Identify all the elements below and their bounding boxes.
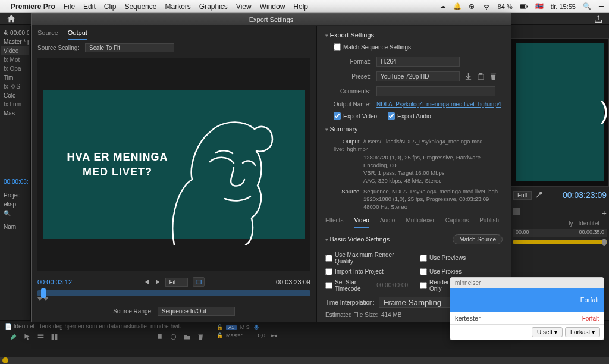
mic-icon[interactable]: [253, 324, 259, 330]
preview-fit-select[interactable]: Fit: [165, 278, 188, 287]
wrench-icon-2[interactable]: [169, 333, 177, 341]
play-icon[interactable]: [155, 279, 161, 285]
panel-eksp[interactable]: eksp: [1, 200, 29, 209]
panel-project[interactable]: Projec: [1, 191, 29, 200]
menubar-notif-icon[interactable]: 🔔: [453, 2, 462, 10]
timeline-clip-name: 📄 Identitet - tenk deg hjernen som en da…: [5, 323, 209, 330]
match-sequence-checkbox[interactable]: [334, 43, 341, 51]
plus-icon[interactable]: +: [602, 208, 607, 218]
panel-time[interactable]: Tim: [1, 73, 29, 82]
subtab-effects[interactable]: Effects: [325, 217, 343, 228]
menubar-wifi-icon[interactable]: [482, 2, 491, 10]
panel-fx-motion[interactable]: fx Mot: [1, 55, 29, 64]
menu-markers[interactable]: Markers: [165, 2, 190, 11]
preset-select[interactable]: YouTube 720p HD: [376, 71, 460, 81]
aspect-ratio-icon[interactable]: [193, 277, 205, 287]
panel-color[interactable]: Colc: [1, 91, 29, 100]
menu-file[interactable]: File: [64, 2, 75, 11]
menubar-flag-icon[interactable]: 🇳🇴: [535, 2, 544, 10]
svg-rect-11: [196, 280, 200, 284]
program-scale-select[interactable]: Full: [513, 191, 532, 200]
format-select[interactable]: H.264: [376, 57, 460, 67]
panel-fx-opacity[interactable]: fx Opa: [1, 64, 29, 73]
set-start-tc-checkbox[interactable]: [325, 282, 332, 289]
menu-clip[interactable]: Clip: [104, 2, 117, 11]
track-a1-tag[interactable]: A1: [226, 325, 237, 330]
step-back-icon[interactable]: [144, 279, 150, 285]
import-preset-icon[interactable]: [477, 73, 485, 80]
menu-help[interactable]: Help: [293, 2, 308, 11]
subtab-publish[interactable]: Publish: [479, 217, 499, 228]
panel-fx-lum[interactable]: fx Lum: [1, 100, 29, 109]
import-project-checkbox[interactable]: [325, 268, 332, 275]
use-previews-checkbox[interactable]: [420, 255, 427, 262]
panel-search-icon[interactable]: 🔍: [1, 209, 29, 218]
menubar-search-icon[interactable]: 🔍: [583, 2, 591, 10]
subtab-captions[interactable]: Captions: [445, 217, 469, 228]
export-settings-header[interactable]: Export Settings: [325, 32, 503, 39]
source-scaling-select[interactable]: Scale To Fit: [85, 43, 174, 52]
menubar-clock[interactable]: tir. 15:55: [551, 3, 576, 10]
master-track-label[interactable]: Master: [226, 332, 243, 338]
preview-playbar[interactable]: [37, 290, 310, 296]
wrench-icon[interactable]: [535, 191, 544, 199]
use-proxies-checkbox[interactable]: [420, 268, 427, 275]
comments-input[interactable]: [376, 86, 495, 96]
subtab-video[interactable]: Video: [354, 217, 369, 228]
dialog-title: Export Settings: [32, 14, 511, 26]
pen-tool-icon[interactable]: [10, 333, 17, 341]
menubar-list-icon[interactable]: ☰: [598, 2, 604, 10]
marker-icon[interactable]: [156, 333, 164, 341]
master-track-value[interactable]: 0,0: [258, 332, 266, 338]
reminders-utsett-button[interactable]: Utsett ▾: [532, 327, 563, 337]
render-alpha-checkbox[interactable]: [420, 282, 427, 289]
save-preset-icon[interactable]: [464, 73, 472, 80]
summary-header[interactable]: Summary: [325, 125, 503, 133]
panel-master: Master * ps: [1, 37, 29, 46]
export-video-checkbox[interactable]: [334, 112, 341, 120]
playhead[interactable]: [41, 288, 46, 298]
match-sequence-label: Match Sequence Settings: [343, 44, 411, 51]
reminders-selected-item[interactable]: Forfalt: [450, 288, 604, 312]
timeline-ruler[interactable]: 00:00 00:00:35:0: [513, 229, 607, 237]
track-a1-buttons[interactable]: M S: [240, 324, 250, 330]
source-range-select[interactable]: Sequence In/Out: [158, 307, 235, 316]
menu-sequence[interactable]: Sequence: [124, 2, 156, 11]
menu-graphics[interactable]: Graphics: [199, 2, 228, 11]
time-interp-label: Time Interpolation:: [325, 299, 374, 306]
match-source-button[interactable]: Match Source: [453, 234, 503, 244]
menubar-cloud-icon[interactable]: ☁: [440, 2, 446, 10]
reminders-forkast-button[interactable]: Forkast ▾: [565, 327, 600, 337]
status-warning-icon[interactable]: [2, 357, 8, 363]
app-name[interactable]: Premiere Pro: [11, 2, 55, 11]
tab-output[interactable]: Output: [68, 29, 87, 40]
stack2-icon[interactable]: [51, 333, 58, 341]
summary-output-l2: 1280x720 (1,0), 25 fps, Progressive, Har…: [334, 153, 503, 170]
est-size-label: Estimated File Size:: [325, 312, 378, 318]
panel-mas[interactable]: Mas: [1, 109, 29, 118]
trash-icon[interactable]: [197, 333, 205, 341]
reminders-row[interactable]: kertester Forfalt: [450, 312, 604, 324]
output-name-link[interactable]: NDLA_Psykolog4_meninga med livet_hgh.mp4: [376, 101, 501, 108]
subtab-multiplexer[interactable]: Multiplexer: [406, 217, 434, 228]
menu-edit[interactable]: Edit: [83, 2, 96, 11]
share-icon[interactable]: [594, 14, 603, 24]
tab-source[interactable]: Source: [37, 29, 58, 40]
export-audio-checkbox[interactable]: [388, 112, 395, 120]
menu-view[interactable]: View: [236, 2, 252, 11]
home-icon[interactable]: [6, 14, 17, 24]
snap-icon[interactable]: [513, 208, 520, 215]
menu-window[interactable]: Window: [260, 2, 285, 11]
panel-fx-s[interactable]: fx ⟲ S: [1, 82, 29, 91]
basic-video-header[interactable]: Basic Video Settings: [325, 236, 390, 243]
max-render-quality-checkbox[interactable]: [325, 255, 332, 262]
stack-icon[interactable]: [37, 333, 45, 341]
menubar-swirl-icon[interactable]: ֍: [469, 3, 475, 10]
arrow-tool-icon[interactable]: [23, 333, 31, 341]
subtab-audio[interactable]: Audio: [380, 217, 395, 228]
status-bar: [0, 357, 609, 364]
preview-tc-out: 00:03:23:09: [276, 278, 310, 285]
max-render-quality-label: Use Maximum Render Quality: [335, 252, 408, 265]
folder-icon[interactable]: [183, 333, 191, 341]
delete-preset-icon[interactable]: [489, 73, 497, 80]
